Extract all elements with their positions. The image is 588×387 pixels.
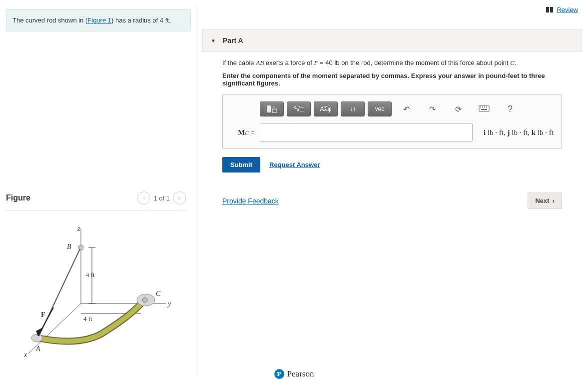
greek-button[interactable]: ΑΣφ: [314, 102, 338, 116]
figure-diagram: z y x B C A F 4 ft 4 ft: [6, 216, 176, 366]
part-title: Part A: [223, 36, 243, 44]
chevron-left-icon: ‹: [143, 194, 145, 202]
keyboard-button[interactable]: [473, 102, 496, 116]
help-button[interactable]: ?: [499, 102, 522, 116]
axis-x-label: x: [24, 351, 27, 359]
vec-button[interactable]: vec: [368, 102, 392, 116]
svg-rect-16: [267, 106, 271, 112]
svg-rect-19: [479, 106, 489, 112]
force-label: F: [41, 311, 45, 319]
provide-feedback-link[interactable]: Provide Feedback: [222, 197, 279, 205]
problem-intro: The curved rod shown in (Figure 1) has a…: [6, 9, 191, 32]
reset-button[interactable]: ⟳: [447, 102, 470, 116]
point-a-label: A: [36, 345, 40, 353]
axis-y-label: y: [168, 300, 171, 308]
svg-rect-22: [484, 106, 485, 108]
svg-point-11: [31, 334, 42, 342]
next-button[interactable]: Next ›: [528, 192, 562, 209]
svg-rect-20: [480, 106, 481, 108]
point-c-label: C: [156, 290, 160, 298]
brand-footer: P Pearson: [274, 369, 314, 379]
keyboard-icon: [479, 105, 490, 114]
figure-link[interactable]: Figure 1: [87, 16, 111, 24]
point-b-label: B: [67, 243, 71, 251]
svg-rect-23: [486, 106, 487, 108]
figure-page-indicator: 1 of 1: [153, 194, 170, 202]
undo-button[interactable]: ↶: [395, 102, 418, 116]
redo-button[interactable]: ↷: [421, 102, 444, 116]
answer-input[interactable]: [260, 124, 473, 142]
pearson-logo-icon: P: [274, 369, 284, 379]
svg-rect-18: [272, 109, 277, 112]
request-answer-link[interactable]: Request Answer: [269, 161, 320, 168]
chevron-right-icon: ›: [178, 194, 180, 202]
sqrt-button[interactable]: x√□: [287, 102, 311, 116]
svg-rect-21: [482, 106, 483, 108]
chevron-right-icon: ›: [553, 197, 555, 204]
dim-vertical: 4 ft: [86, 271, 95, 279]
svg-text:x: x: [273, 105, 275, 108]
answer-panel: x x√□ ΑΣφ ↓↑ vec ↶ ↷ ⟳: [222, 94, 562, 149]
figure-title: Figure: [6, 194, 30, 202]
intro-text-before: The curved rod shown in (: [12, 16, 87, 24]
svg-rect-24: [481, 109, 487, 110]
template-button[interactable]: x: [260, 102, 284, 116]
part-header[interactable]: ▼ Part A: [202, 29, 582, 52]
dim-horizontal: 4 ft: [83, 315, 92, 323]
next-label: Next: [535, 197, 549, 204]
question-text: If the cable AB exerts a force of F = 40…: [222, 59, 562, 67]
submit-button[interactable]: Submit: [222, 157, 260, 172]
answer-label: MC =: [231, 128, 255, 137]
chevron-down-icon: ▼: [211, 38, 216, 44]
svg-point-12: [78, 245, 83, 250]
answer-instruction: Enter the components of the moment separ…: [222, 72, 562, 87]
divider: [6, 210, 186, 211]
intro-text-after: ) has a radius of 4 ft.: [111, 16, 171, 24]
answer-units: i lb · ft, j lb · ft, k lb · ft: [484, 128, 554, 137]
svg-point-10: [142, 298, 147, 302]
figure-prev-button[interactable]: ‹: [137, 192, 150, 204]
equation-toolbar: x x√□ ΑΣφ ↓↑ vec ↶ ↷ ⟳: [260, 102, 554, 116]
figure-next-button[interactable]: ›: [173, 192, 186, 204]
sqrt-icon: x: [293, 104, 296, 110]
brand-name: Pearson: [287, 369, 314, 379]
arrows-button[interactable]: ↓↑: [341, 102, 365, 116]
axis-z-label: z: [77, 225, 80, 233]
